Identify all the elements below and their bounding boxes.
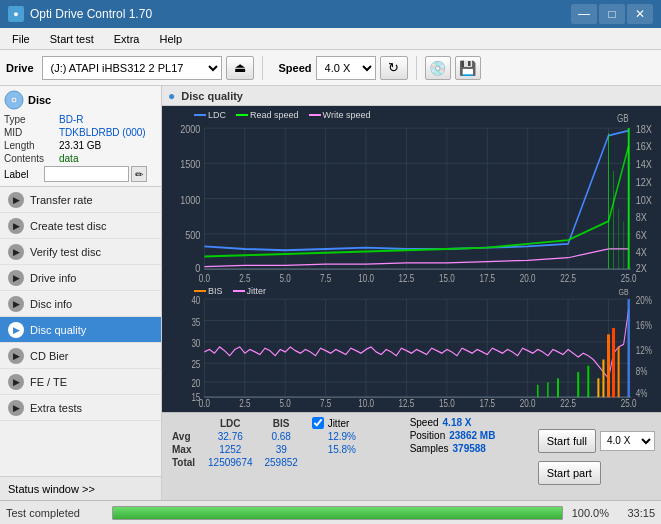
nav-item-verify-test-disc[interactable]: ▶ Verify test disc (0, 239, 161, 265)
svg-text:40: 40 (191, 295, 200, 306)
svg-point-2 (13, 99, 15, 101)
svg-text:16%: 16% (636, 321, 652, 332)
svg-text:22.5: 22.5 (560, 273, 576, 284)
drive-label: Drive (6, 62, 34, 74)
svg-text:12%: 12% (636, 346, 652, 357)
start-part-button[interactable]: Start part (538, 461, 601, 485)
speed-label: Speed (410, 417, 439, 428)
svg-text:25.0: 25.0 (621, 399, 637, 410)
disc-type-value: BD-R (59, 114, 83, 125)
stats-row-max: Max 1252 39 (168, 443, 304, 456)
svg-rect-3 (164, 108, 659, 284)
nav-label-verify-test-disc: Verify test disc (30, 246, 101, 258)
nav-icon-fe-te: ▶ (8, 374, 24, 390)
disc-label-edit-button[interactable]: ✏ (131, 166, 147, 182)
disc-contents-label: Contents (4, 153, 59, 164)
disc-header: Disc (4, 90, 157, 110)
menu-file[interactable]: File (4, 31, 38, 47)
menu-start-test[interactable]: Start test (42, 31, 102, 47)
row-max-ldc: 1252 (202, 443, 259, 456)
stats-bar: LDC BIS Avg 32.76 0.68 Max 1252 (162, 412, 661, 500)
nav-item-disc-info[interactable]: ▶ Disc info (0, 291, 161, 317)
svg-text:22.5: 22.5 (560, 399, 576, 410)
disc-icon-button[interactable]: 💿 (425, 56, 451, 80)
disc-icon (4, 90, 24, 110)
menu-bar: File Start test Extra Help (0, 28, 661, 50)
save-button[interactable]: 💾 (455, 56, 481, 80)
minimize-button[interactable]: — (571, 4, 597, 24)
drive-select[interactable]: (J:) ATAPI iHBS312 2 PL17 (42, 56, 222, 80)
disc-label-key: Label (4, 169, 42, 180)
position-row: Position 23862 MB (410, 430, 530, 441)
svg-text:30: 30 (191, 338, 200, 349)
upper-legend: LDC Read speed Write speed (194, 110, 370, 120)
nav-item-transfer-rate[interactable]: ▶ Transfer rate (0, 187, 161, 213)
stats-table-wrapper: LDC BIS Avg 32.76 0.68 Max 1252 (168, 417, 304, 496)
disc-title: Disc (28, 94, 51, 106)
menu-help[interactable]: Help (151, 31, 190, 47)
svg-text:14X: 14X (636, 158, 652, 170)
svg-text:2.5: 2.5 (239, 399, 250, 410)
disc-panel: Disc Type BD-R MID TDKBLDRBD (000) Lengt… (0, 86, 161, 187)
samples-label: Samples (410, 443, 449, 454)
disc-length-label: Length (4, 140, 59, 151)
legend-jitter: Jitter (233, 286, 267, 296)
svg-text:GB: GB (617, 113, 629, 124)
close-button[interactable]: ✕ (627, 4, 653, 24)
svg-text:5.0: 5.0 (280, 273, 291, 284)
jitter-section: Jitter 12.9% 15.8% (312, 417, 402, 496)
speed-select[interactable]: 4.0 X (316, 56, 376, 80)
nav-item-create-test-disc[interactable]: ▶ Create test disc (0, 213, 161, 239)
start-full-button[interactable]: Start full (538, 429, 596, 453)
disc-mid-row: MID TDKBLDRBD (000) (4, 127, 157, 138)
menu-extra[interactable]: Extra (106, 31, 148, 47)
stats-table: LDC BIS Avg 32.76 0.68 Max 1252 (168, 417, 304, 469)
jitter-label: Jitter (328, 418, 350, 429)
stats-row-total: Total 12509674 259852 (168, 456, 304, 469)
nav-item-extra-tests[interactable]: ▶ Extra tests (0, 395, 161, 421)
chart-title: Disc quality (181, 90, 243, 102)
row-avg-label: Avg (168, 430, 202, 443)
maximize-button[interactable]: □ (599, 4, 625, 24)
nav-list: ▶ Transfer rate ▶ Create test disc ▶ Ver… (0, 187, 161, 476)
nav-icon-cd-bier: ▶ (8, 348, 24, 364)
svg-text:GB: GB (618, 288, 628, 298)
nav-label-cd-bier: CD Bier (30, 350, 69, 362)
svg-text:8%: 8% (636, 366, 648, 377)
svg-text:18X: 18X (636, 123, 652, 135)
disc-label-input[interactable] (44, 166, 129, 182)
nav-item-cd-bier[interactable]: ▶ CD Bier (0, 343, 161, 369)
app-title: Opti Drive Control 1.70 (30, 7, 152, 21)
svg-text:4%: 4% (636, 389, 648, 400)
disc-type-label: Type (4, 114, 59, 125)
nav-item-disc-quality[interactable]: ▶ Disc quality (0, 317, 161, 343)
disc-type-row: Type BD-R (4, 114, 157, 125)
legend-write-speed-label: Write speed (323, 110, 371, 120)
refresh-button[interactable]: ↻ (380, 56, 408, 80)
main-layout: Disc Type BD-R MID TDKBLDRBD (000) Lengt… (0, 86, 661, 500)
status-window-label: Status window >> (8, 483, 95, 495)
legend-ldc: LDC (194, 110, 226, 120)
disc-contents-value: data (59, 153, 78, 164)
progress-text: 100.0% (569, 507, 609, 519)
speed-value: 4.18 X (443, 417, 472, 428)
status-window-button[interactable]: Status window >> (0, 476, 161, 500)
svg-text:7.5: 7.5 (320, 399, 331, 410)
svg-text:2X: 2X (636, 262, 647, 274)
col-ldc: LDC (202, 417, 259, 430)
jitter-max: 15.8% (312, 444, 402, 455)
nav-label-extra-tests: Extra tests (30, 402, 82, 414)
jitter-checkbox[interactable] (312, 417, 324, 429)
eject-button[interactable]: ⏏ (226, 56, 254, 80)
nav-item-fe-te[interactable]: ▶ FE / TE (0, 369, 161, 395)
svg-text:15.0: 15.0 (439, 273, 455, 284)
svg-text:4X: 4X (636, 247, 647, 259)
lower-legend: BIS Jitter (194, 286, 266, 296)
lower-chart-svg: 40 35 30 25 20 15 20% 16% 12% 8% 4% 0.0 … (164, 284, 659, 410)
nav-item-drive-info[interactable]: ▶ Drive info (0, 265, 161, 291)
svg-text:8X: 8X (636, 211, 647, 223)
samples-value: 379588 (453, 443, 486, 454)
row-total-bis: 259852 (259, 456, 304, 469)
toolbar-separator-2 (416, 56, 417, 80)
speed-select-inline[interactable]: 4.0 X (600, 431, 655, 451)
